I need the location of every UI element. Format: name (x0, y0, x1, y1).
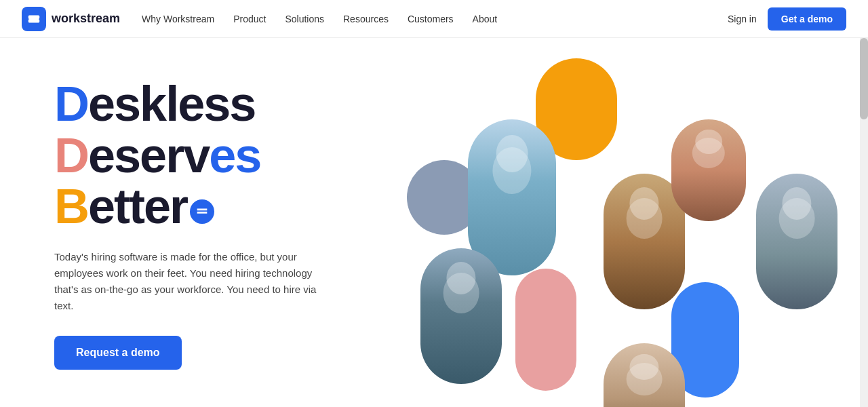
logo-icon (22, 7, 46, 31)
nav-link-solutions[interactable]: Solutions (285, 14, 324, 24)
scrollbar-track[interactable] (860, 38, 868, 407)
logo-text: workstream (52, 12, 120, 26)
nav-link-about[interactable]: About (473, 14, 498, 24)
nav-links: Why Workstream Product Solutions Resourc… (142, 14, 728, 24)
logo[interactable]: workstream (22, 7, 120, 31)
sign-in-link[interactable]: Sign in (728, 14, 757, 24)
request-demo-button[interactable]: Request a demo (54, 336, 182, 370)
get-demo-button[interactable]: Get a demo (768, 7, 846, 31)
photo-worker (420, 248, 502, 384)
workstream-icon (26, 12, 41, 26)
nav-link-why-workstream[interactable]: Why Workstream (142, 14, 214, 24)
photo-mechanic (756, 174, 837, 309)
headline-line-3: B etter (54, 181, 353, 233)
hero-body-text: Today's hiring software is made for the … (54, 249, 326, 314)
headline-etter: etter (88, 181, 187, 233)
hero-section: D eskless D eserv es B etter Today's hir (0, 38, 868, 407)
headline-eskless: eskless (88, 79, 255, 130)
headline-d1: D (54, 79, 88, 130)
navbar: workstream Why Workstream Product Soluti… (0, 0, 868, 38)
nav-link-customers[interactable]: Customers (408, 14, 454, 24)
photo-nurse (468, 119, 556, 275)
hero-collage (380, 65, 814, 407)
headline-b: B (54, 181, 88, 233)
headline-eserv: eserv (88, 130, 209, 182)
hero-left: D eskless D eserv es B etter Today's hir (54, 65, 353, 370)
headline-d2: D (54, 130, 88, 182)
inline-workstream-icon (195, 204, 210, 219)
headline-es: es (209, 130, 260, 182)
pink-pill (515, 269, 576, 391)
scrollbar-thumb[interactable] (860, 38, 868, 119)
nav-right: Sign in Get a demo (728, 7, 846, 31)
headline-line-2: D eserv es (54, 130, 353, 182)
headline-line-1: D eskless (54, 79, 353, 130)
nav-link-resources[interactable]: Resources (343, 14, 389, 24)
hero-headline: D eskless D eserv es B etter (54, 79, 353, 233)
photo-woman (671, 119, 746, 221)
nav-link-product[interactable]: Product (233, 14, 266, 24)
headline-logo-inline (190, 199, 214, 224)
